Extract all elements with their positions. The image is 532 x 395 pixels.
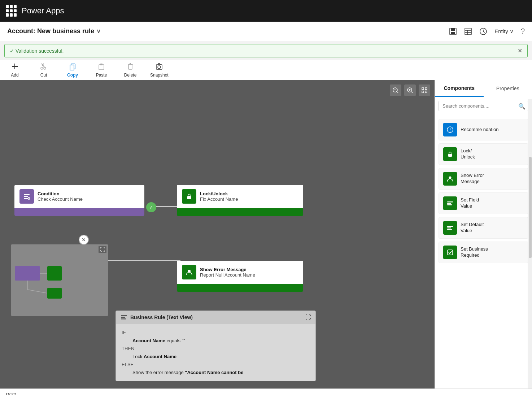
svg-rect-40 [425, 91, 427, 93]
svg-rect-47 [187, 196, 191, 199]
false-badge[interactable]: ✕ [79, 235, 89, 245]
condition-icon [19, 189, 34, 204]
condition-node[interactable]: Condition Check Account Name [14, 185, 144, 216]
fit-button[interactable] [419, 84, 430, 96]
svg-rect-41 [24, 194, 30, 195]
snapshot-icon [155, 62, 163, 72]
copy-icon [69, 62, 77, 72]
svg-rect-3 [465, 28, 471, 35]
delete-label: Delete [124, 73, 137, 78]
status-bar: Draft [0, 389, 532, 395]
app-grid-icon[interactable] [6, 5, 17, 17]
save-button[interactable] [449, 27, 457, 35]
svg-rect-1 [451, 28, 455, 31]
text-view-header: Business Rule (Text View) ⛶ [116, 311, 315, 324]
add-button[interactable]: Add [6, 62, 24, 78]
svg-point-14 [41, 67, 43, 69]
condition-node-text: Condition Check Account Name [38, 191, 83, 202]
lock-unlock-footer [177, 208, 303, 216]
text-view-else-row: ELSE [122, 361, 310, 369]
canvas[interactable]: Condition Check Account Name ✓ ✕ Lock/Un… [0, 80, 435, 389]
zoom-in-button[interactable] [404, 84, 416, 96]
sidebar-scrollbar[interactable] [528, 99, 532, 389]
condition-node-header: Condition Check Account Name [14, 185, 144, 208]
set-default-icon [443, 221, 457, 235]
if-keyword: IF [122, 330, 126, 335]
svg-line-36 [411, 92, 413, 93]
snapshot-button[interactable]: Snapshot [150, 62, 169, 78]
show-error-node[interactable]: Show Error Message Report Null Account N… [177, 261, 303, 292]
status-label: Draft [6, 392, 16, 395]
condition-subtitle: Check Account Name [38, 196, 83, 202]
zoom-out-button[interactable] [390, 84, 401, 96]
component-show-error[interactable]: Show ErrorMessage [439, 168, 528, 190]
component-lock-unlock[interactable]: Lock/Unlock [439, 143, 528, 165]
then-keyword: THEN [122, 346, 134, 351]
snapshot-label: Snapshot [150, 73, 169, 78]
set-business-label: Set BusinessRequired [461, 246, 488, 259]
svg-rect-66 [448, 250, 453, 255]
svg-point-57 [450, 131, 450, 131]
text-view-expand-button[interactable]: ⛶ [305, 314, 311, 321]
component-set-business-required[interactable]: Set BusinessRequired [439, 242, 528, 263]
text-view-if-row: IF [122, 329, 310, 337]
svg-rect-18 [99, 65, 104, 70]
tab-properties[interactable]: Properties [484, 80, 532, 97]
mini-svg [11, 244, 108, 316]
canvas-controls [390, 84, 430, 96]
help-button[interactable]: ? [521, 27, 525, 35]
component-set-default-value[interactable]: Set DefaultValue [439, 217, 528, 239]
svg-rect-62 [447, 204, 452, 205]
text-view-else-content: Show the error message "Account Name can… [122, 369, 310, 377]
clock-button[interactable] [479, 27, 487, 35]
title-right: Entity ∨ ? [449, 27, 525, 35]
svg-rect-61 [447, 203, 451, 204]
copy-button[interactable]: Copy [64, 62, 82, 78]
show-error-node-header: Show Error Message Report Null Account N… [177, 261, 303, 284]
sidebar-search: 🔍 [435, 97, 532, 115]
show-error-subtitle: Report Null Account Name [200, 272, 255, 278]
text-view: Business Rule (Text View) ⛶ IF Account N… [115, 311, 316, 381]
component-recommendation[interactable]: Recomme ndation [439, 119, 528, 140]
svg-rect-42 [24, 196, 28, 197]
title-bar: Account: New business rule ∨ Entity ∨ ? [0, 22, 532, 41]
svg-point-24 [158, 66, 161, 69]
sidebar-tabs: Components Properties [435, 80, 532, 97]
component-set-field-value[interactable]: Set FieldValue [439, 192, 528, 214]
lock-unlock-node-header: Lock/Unlock Fix Account Name [177, 185, 303, 208]
search-wrapper: 🔍 [439, 101, 528, 111]
paste-icon [97, 62, 105, 72]
lock-unlock-title: Lock/Unlock [200, 191, 238, 196]
recommendation-icon [443, 123, 457, 136]
entity-button[interactable]: Entity ∨ [494, 28, 514, 35]
lock-unlock-comp-label: Lock/Unlock [461, 148, 475, 160]
help-icon: ? [521, 27, 525, 35]
cut-button[interactable]: Cut [35, 62, 53, 78]
validation-close-button[interactable]: ✕ [518, 47, 522, 54]
svg-rect-54 [121, 318, 126, 320]
rule-name: Account: New business rule [7, 27, 94, 35]
set-field-icon [443, 196, 457, 210]
set-business-icon [443, 246, 457, 259]
mini-map: ⛶ [11, 244, 108, 316]
svg-rect-39 [422, 91, 424, 93]
recommendation-label: Recomme ndation [461, 127, 499, 133]
text-view-if-content: Account Name equals "" [122, 337, 310, 345]
table-button[interactable] [464, 27, 472, 35]
show-error-comp-icon [443, 172, 457, 186]
search-input[interactable] [439, 101, 528, 111]
lock-unlock-node[interactable]: Lock/Unlock Fix Account Name [177, 185, 303, 216]
lock-icon [182, 189, 196, 204]
delete-button[interactable]: Delete [121, 62, 139, 78]
condition-title: Condition [38, 191, 83, 196]
svg-rect-52 [121, 315, 127, 316]
show-error-icon [182, 265, 196, 279]
text-view-then-content: Lock Account Name [122, 353, 310, 361]
paste-button[interactable]: Paste [92, 62, 110, 78]
rule-dropdown-chevron[interactable]: ∨ [96, 28, 101, 35]
tab-components[interactable]: Components [435, 80, 484, 97]
if-value: "" [182, 338, 185, 343]
validation-bar: ✓ Validation successful. ✕ [4, 44, 528, 57]
svg-line-9 [483, 31, 485, 32]
svg-rect-38 [425, 88, 427, 90]
